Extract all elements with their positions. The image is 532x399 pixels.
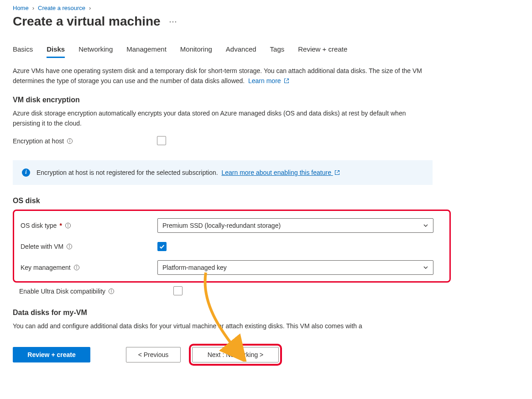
chevron-right-icon: › (32, 5, 34, 11)
chevron-right-icon: › (89, 5, 91, 11)
tab-management[interactable]: Management (126, 45, 167, 58)
wizard-tabs: Basics Disks Networking Management Monit… (13, 45, 519, 58)
info-banner: i Encryption at host is not registered f… (13, 160, 433, 185)
info-circle-icon: i (22, 168, 30, 177)
tab-tags[interactable]: Tags (270, 45, 285, 58)
tab-basics[interactable]: Basics (13, 45, 33, 58)
banner-link[interactable]: Learn more about enabling this feature (221, 169, 339, 176)
svg-point-1 (70, 140, 70, 140)
chevron-down-icon (423, 223, 428, 228)
os-disk-type-select[interactable]: Premium SSD (locally-redundant storage) (157, 218, 433, 233)
key-management-select[interactable]: Platform-managed key (157, 260, 433, 275)
ultra-disk-checkbox[interactable] (173, 286, 183, 295)
svg-point-9 (111, 290, 112, 290)
tab-disks[interactable]: Disks (47, 45, 65, 58)
info-icon[interactable] (65, 222, 71, 229)
external-link-icon (334, 170, 340, 175)
more-actions-icon[interactable]: ⋯ (169, 16, 178, 26)
breadcrumb-create-resource[interactable]: Create a resource (38, 5, 85, 11)
ultra-disk-label: Enable Ultra Disk compatibility (19, 288, 105, 295)
encryption-at-host-label: Encryption at host (13, 137, 64, 145)
next-button[interactable]: Next : Networking > (192, 347, 279, 362)
delete-with-vm-label: Delete with VM (21, 243, 63, 250)
key-management-label: Key management (21, 264, 71, 271)
tab-monitoring[interactable]: Monitoring (180, 45, 212, 58)
data-disks-heading: Data disks for my-VM (13, 309, 519, 317)
tab-review-create[interactable]: Review + create (298, 45, 347, 58)
info-icon[interactable] (73, 264, 80, 271)
encryption-heading: VM disk encryption (13, 96, 519, 104)
footer-bar: Review + create < Previous Next : Networ… (13, 344, 519, 366)
breadcrumb-home[interactable]: Home (13, 5, 29, 11)
banner-text: Encryption at host is not registered for… (37, 169, 218, 176)
tab-networking[interactable]: Networking (78, 45, 113, 58)
info-icon[interactable] (66, 243, 73, 250)
next-button-highlight-annotation: Next : Networking > (189, 344, 282, 366)
review-create-button[interactable]: Review + create (13, 347, 90, 362)
required-indicator: * (59, 222, 62, 229)
info-icon[interactable] (67, 138, 73, 144)
os-disk-type-label: OS disk type (21, 222, 57, 229)
chevron-down-icon (423, 265, 428, 270)
encryption-description: Azure disk storage encryption automatica… (13, 109, 433, 128)
tab-advanced[interactable]: Advanced (226, 45, 256, 58)
svg-point-7 (76, 266, 77, 267)
delete-with-vm-checkbox[interactable] (157, 242, 167, 251)
os-disk-highlight-annotation: OS disk type * Premium SSD (locally-redu… (13, 210, 451, 283)
learn-more-link[interactable]: Learn more (248, 77, 289, 84)
external-link-icon (284, 78, 289, 84)
svg-point-3 (68, 224, 68, 225)
breadcrumb: Home › Create a resource › (13, 5, 519, 11)
info-icon[interactable] (108, 288, 115, 294)
previous-button[interactable]: < Previous (126, 347, 181, 362)
svg-point-5 (69, 245, 70, 246)
data-disks-description: You can add and configure additional dat… (13, 321, 433, 331)
intro-text: Azure VMs have one operating system disk… (13, 66, 433, 86)
page-title: Create a virtual machine (13, 14, 161, 29)
encryption-at-host-checkbox[interactable] (157, 136, 166, 145)
os-disk-heading: OS disk (13, 197, 519, 205)
